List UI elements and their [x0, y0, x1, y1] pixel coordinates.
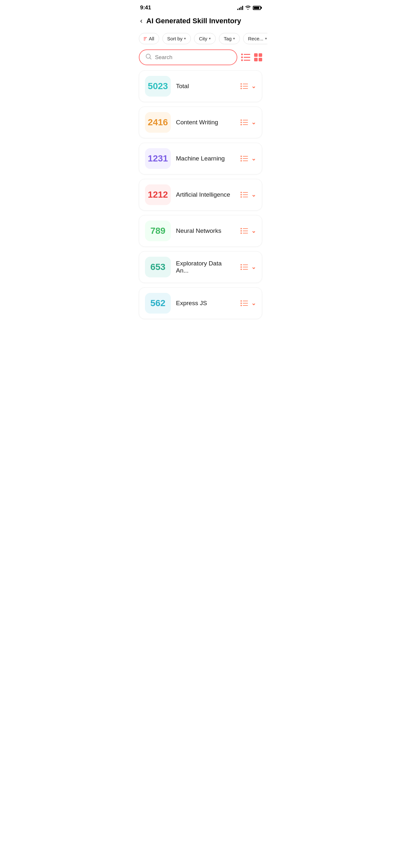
skill-name: Express JS	[176, 300, 235, 307]
status-icons	[237, 5, 261, 11]
filter-sortby-button[interactable]: Sort by ▾	[162, 33, 191, 44]
skill-badge: 789	[145, 221, 171, 241]
skill-expand-button[interactable]: ⌄	[251, 119, 256, 126]
skill-item: 1212 Artificial Intelligence	[139, 179, 262, 211]
skill-actions: ⌄	[241, 300, 256, 307]
skill-count: 1212	[148, 190, 168, 200]
skill-count: 562	[150, 298, 166, 308]
skill-actions: ⌄	[241, 264, 256, 271]
chevron-down-icon: ▾	[233, 36, 235, 41]
skill-expand-button[interactable]: ⌄	[251, 83, 256, 90]
skill-name: Neural Networks	[176, 227, 235, 235]
skill-list-view-icon[interactable]	[241, 120, 248, 125]
chevron-down-icon: ▾	[209, 36, 211, 41]
svg-line-1	[150, 58, 151, 59]
search-section	[134, 47, 267, 69]
skill-list: 5023 Total	[134, 69, 267, 320]
page-title: AI Generated Skill Inventory	[146, 17, 241, 25]
chevron-down-icon: ▾	[265, 36, 267, 41]
skill-expand-button[interactable]: ⌄	[251, 300, 256, 307]
grid-view-button[interactable]	[254, 53, 262, 61]
skill-item: 653 Exploratory Data An...	[139, 251, 262, 283]
skill-list-view-icon[interactable]	[241, 192, 248, 197]
skill-badge: 1212	[145, 184, 171, 205]
skill-count: 5023	[148, 81, 168, 91]
skill-count: 653	[150, 262, 166, 272]
skill-item: 1231 Machine Learning	[139, 143, 262, 175]
skill-count: 789	[150, 226, 166, 236]
filter-recent-button[interactable]: Rece... ▾	[243, 33, 267, 44]
filter-all-label: All	[149, 36, 154, 41]
skill-item: 562 Express JS	[139, 287, 262, 319]
skill-actions: ⌄	[241, 227, 256, 235]
filter-bar: All Sort by ▾ City ▾ Tag ▾ Rece... ▾	[134, 30, 267, 47]
skill-expand-button[interactable]: ⌄	[251, 264, 256, 271]
skill-actions: ⌄	[241, 191, 256, 198]
skill-name: Machine Learning	[176, 155, 235, 162]
skill-expand-button[interactable]: ⌄	[251, 191, 256, 198]
skill-actions: ⌄	[241, 119, 256, 126]
signal-icon	[237, 5, 243, 10]
skill-name: Artificial Intelligence	[176, 191, 235, 198]
filter-city-label: City	[199, 36, 207, 41]
skill-badge: 5023	[145, 76, 171, 97]
search-input[interactable]	[155, 54, 231, 61]
skill-badge: 562	[145, 293, 171, 314]
filter-city-button[interactable]: City ▾	[194, 33, 216, 44]
filter-tag-button[interactable]: Tag ▾	[219, 33, 240, 44]
skill-item: 5023 Total	[139, 70, 262, 102]
skill-list-view-icon[interactable]	[241, 300, 248, 306]
skill-badge: 1231	[145, 148, 171, 169]
filter-recent-label: Rece...	[248, 36, 264, 41]
list-view-button[interactable]	[241, 54, 250, 61]
filter-all-button[interactable]: All	[139, 33, 159, 44]
skill-list-view-icon[interactable]	[241, 264, 248, 270]
skill-actions: ⌄	[241, 83, 256, 90]
wifi-icon	[245, 5, 251, 11]
page-header: ‹ AI Generated Skill Inventory	[134, 13, 267, 30]
battery-icon	[253, 6, 261, 10]
back-button[interactable]: ‹	[140, 17, 143, 25]
skill-name: Exploratory Data An...	[176, 260, 235, 274]
skill-actions: ⌄	[241, 155, 256, 162]
skill-badge: 2416	[145, 112, 171, 133]
status-time: 9:41	[140, 4, 151, 11]
filter-icon	[144, 37, 147, 40]
status-bar: 9:41	[134, 0, 267, 13]
skill-badge: 653	[145, 257, 171, 277]
search-icon	[145, 53, 152, 61]
skill-item: 789 Neural Networks	[139, 215, 262, 247]
skill-name: Content Writing	[176, 119, 235, 126]
filter-sortby-label: Sort by	[167, 36, 183, 41]
chevron-down-icon: ▾	[184, 36, 186, 41]
skill-expand-button[interactable]: ⌄	[251, 227, 256, 235]
skill-expand-button[interactable]: ⌄	[251, 155, 256, 162]
skill-name: Total	[176, 83, 235, 90]
search-input-wrapper[interactable]	[139, 50, 237, 65]
skill-list-view-icon[interactable]	[241, 228, 248, 234]
skill-item: 2416 Content Writing	[139, 106, 262, 138]
skill-list-view-icon[interactable]	[241, 83, 248, 89]
skill-list-view-icon[interactable]	[241, 156, 248, 161]
skill-count: 2416	[148, 117, 168, 128]
filter-tag-label: Tag	[224, 36, 232, 41]
skill-count: 1231	[148, 153, 168, 164]
